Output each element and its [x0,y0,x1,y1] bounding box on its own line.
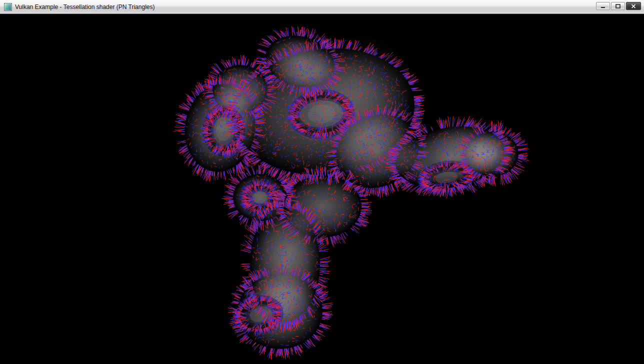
minimize-icon [600,4,606,8]
maximize-icon [616,4,620,8]
app-window: Vulkan Example - Tessellation shader (PN… [0,0,644,364]
window-controls [596,2,641,10]
title-bar[interactable]: Vulkan Example - Tessellation shader (PN… [0,0,644,14]
app-icon[interactable] [4,3,12,11]
minimize-button[interactable] [596,2,610,10]
close-button[interactable] [626,2,641,10]
vulkan-render-canvas[interactable] [0,14,644,364]
close-icon [631,4,636,8]
maximize-button[interactable] [611,2,625,10]
render-viewport[interactable] [0,14,644,364]
window-title: Vulkan Example - Tessellation shader (PN… [15,3,154,10]
